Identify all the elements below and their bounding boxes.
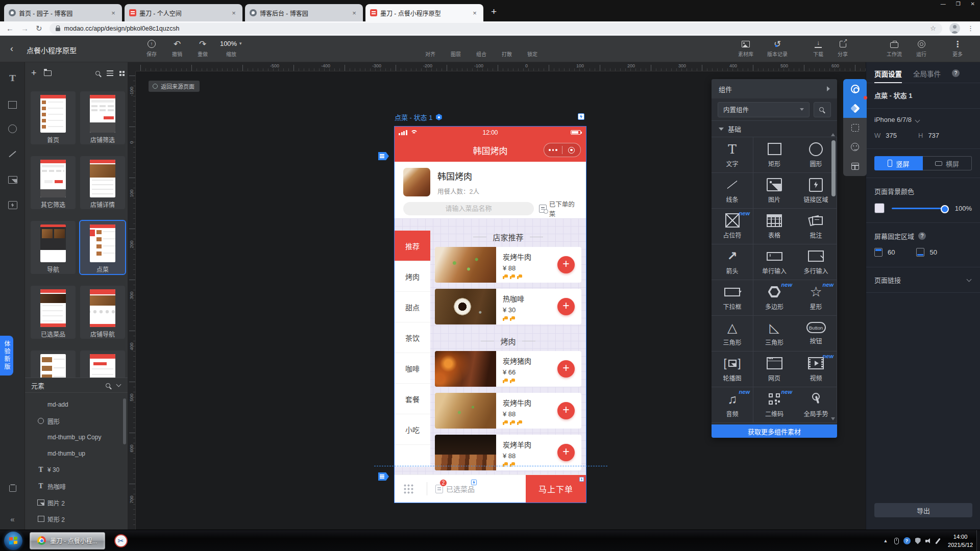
tab-global-events[interactable]: 全局事件 <box>913 68 941 83</box>
get-more-components-button[interactable]: 获取更多组件素材 <box>712 424 837 438</box>
dish-search-input[interactable]: 请输入菜品名称 <box>403 202 534 215</box>
assets-library-button[interactable]: 素材库 <box>731 39 761 58</box>
add-dish-button[interactable]: + <box>557 444 575 461</box>
background-color-swatch[interactable] <box>874 203 885 213</box>
dish-card[interactable]: 炭烤羊肉 ¥ 88 + <box>435 435 581 470</box>
image-tool-icon[interactable] <box>0 171 25 188</box>
trash-icon[interactable] <box>0 480 25 497</box>
fixed-bottom-flag-icon[interactable] <box>378 472 389 481</box>
component-item[interactable]: new 多边形 <box>753 280 795 316</box>
taskbar-clock[interactable]: 14:00 2021/5/12 <box>948 530 973 551</box>
add-dish-button[interactable]: + <box>557 256 575 273</box>
miniprogram-capsule[interactable] <box>544 143 581 157</box>
page-thumbnail[interactable] <box>80 350 125 378</box>
category-tab[interactable]: 小吃 <box>395 414 430 445</box>
toolbar-tool-button[interactable]: 组合 <box>469 39 494 58</box>
category-tab[interactable]: 茶饮 <box>395 322 430 353</box>
page-thumbnail[interactable]: 点菜 <box>80 221 125 274</box>
state-hex-icon[interactable] <box>435 114 442 120</box>
more-button[interactable]: 更多 <box>946 39 969 58</box>
browser-tab[interactable]: 墨刀 - 个人空间 × <box>125 4 242 21</box>
version-history-button[interactable]: 版本记录 <box>761 39 794 58</box>
component-source-select[interactable]: 内置组件 <box>718 102 810 117</box>
address-bar[interactable]: modao.cc/app/design/pbkol0e8c1quzcsh ☆ <box>50 23 942 34</box>
ordered-dishes-link[interactable]: 已下单的菜 <box>539 199 581 218</box>
undo-button[interactable]: 撤销 <box>164 39 190 58</box>
browser-tab[interactable]: 首页 - 园子 - 博客园 × <box>4 4 122 21</box>
component-item[interactable]: new 箭头 <box>712 244 753 280</box>
browser-tab[interactable]: 墨刀 - 点餐小程序原型 × <box>365 4 483 21</box>
landscape-option[interactable]: 横屏 <box>923 156 972 170</box>
phone-artboard[interactable]: 12:00 韩国烤肉 韩国烤肉 用餐人数：2人 请输入菜品名称 已下单的菜 <box>395 127 586 503</box>
toolbar-tool-button[interactable]: 对齐 <box>418 39 443 58</box>
element-list-item[interactable]: 热咖啡 <box>25 478 128 494</box>
add-dish-button[interactable]: + <box>557 360 575 378</box>
artboard-label[interactable]: 点菜 - 状态 1 <box>395 112 442 122</box>
toolbar-tool-button[interactable]: 锁定 <box>520 39 545 58</box>
component-item[interactable]: new 批注 <box>795 209 837 244</box>
add-dish-button[interactable]: + <box>557 298 575 315</box>
mouse-settings-icon[interactable] <box>894 538 899 544</box>
component-item[interactable]: new 音频 <box>712 387 753 423</box>
tab-page-settings[interactable]: 页面设置 <box>874 68 902 83</box>
grid-view-icon[interactable] <box>119 71 121 73</box>
page-links-section[interactable]: 页面链接 <box>866 267 980 292</box>
back-icon[interactable]: ← <box>6 24 14 32</box>
dish-card[interactable]: 炭烤牛肉 ¥ 88 + <box>435 247 581 283</box>
collapse-panel-icon[interactable] <box>0 510 25 528</box>
category-tab[interactable]: 甜点 <box>395 292 430 322</box>
tab-close-icon[interactable]: × <box>471 9 479 17</box>
toolbar-tool-button[interactable]: 图层 <box>443 39 469 58</box>
select-mode-button[interactable] <box>843 118 867 137</box>
element-list-item[interactable]: 圆形 <box>25 413 128 429</box>
rectangle-tool-icon[interactable] <box>0 96 25 113</box>
help-tray-icon[interactable]: ? <box>903 537 911 544</box>
window-minimize-button[interactable]: — <box>941 1 946 7</box>
portrait-option[interactable]: 竖屏 <box>874 156 923 170</box>
scroll-down-arrow[interactable] <box>831 417 835 420</box>
component-item[interactable]: new 图片 <box>753 173 795 209</box>
element-list-item[interactable]: 矩形 2 <box>25 511 128 527</box>
run-button[interactable]: 运行 <box>909 39 934 58</box>
return-to-source-chip[interactable]: 返回来源页面 <box>149 81 200 92</box>
element-list-item[interactable]: md-add <box>25 396 128 413</box>
tab-close-icon[interactable]: × <box>230 9 238 17</box>
category-tab[interactable]: 推荐 <box>395 231 430 261</box>
window-close-button[interactable]: ✕ <box>971 1 975 7</box>
opacity-slider[interactable] <box>892 208 948 209</box>
search-pages-icon[interactable] <box>95 71 100 76</box>
security-shield-icon[interactable] <box>915 538 921 544</box>
height-value[interactable]: 737 <box>928 132 939 139</box>
component-item[interactable]: new 网页 <box>753 352 795 387</box>
download-button[interactable]: 下载 <box>805 39 831 58</box>
list-view-icon[interactable] <box>107 70 113 76</box>
category-tab[interactable]: 烤肉 <box>395 261 430 292</box>
page-thumbnail[interactable]: 其它筛选 <box>31 156 76 209</box>
selected-dishes-button[interactable]: 2 已选菜品 <box>435 484 475 494</box>
page-thumbnail[interactable]: 已选菜品 <box>31 286 76 339</box>
order-now-button[interactable]: 马上下单 <box>526 475 586 503</box>
component-item[interactable]: new Button 按钮 <box>795 316 837 352</box>
close-target-icon[interactable] <box>562 147 580 154</box>
component-item[interactable]: new 视频 <box>795 352 837 387</box>
add-page-icon[interactable]: + <box>31 68 37 79</box>
scrollbar-thumb[interactable] <box>831 140 836 196</box>
zoom-control[interactable]: 100%▼ 缩放 <box>215 39 247 58</box>
target-mode-button[interactable] <box>843 79 867 98</box>
category-tab[interactable]: 咖啡 <box>395 353 430 384</box>
share-button[interactable]: 分享 <box>831 39 854 58</box>
component-item[interactable]: new 星形 <box>795 280 837 316</box>
element-list-item[interactable]: md-thumb_up Copy <box>25 429 128 445</box>
search-components-button[interactable] <box>814 102 831 117</box>
start-button[interactable] <box>4 532 22 550</box>
try-new-version-tag[interactable]: 体验新版 <box>0 336 13 375</box>
fixed-top-flag-icon[interactable] <box>378 152 389 160</box>
help-icon[interactable]: ? <box>918 232 926 240</box>
component-item[interactable]: new 三角形 <box>753 316 795 352</box>
toolbar-tool-button[interactable]: 打散 <box>494 39 520 58</box>
url-text[interactable]: modao.cc/app/design/pbkol0e8c1quzcsh <box>64 25 926 32</box>
category-tab[interactable]: 套餐 <box>395 384 430 414</box>
new-tab-button[interactable]: + <box>491 6 497 17</box>
chrome-task-button[interactable]: 墨刀 - 点餐小程... <box>30 532 105 549</box>
window-maximize-button[interactable]: ❐ <box>956 1 961 7</box>
